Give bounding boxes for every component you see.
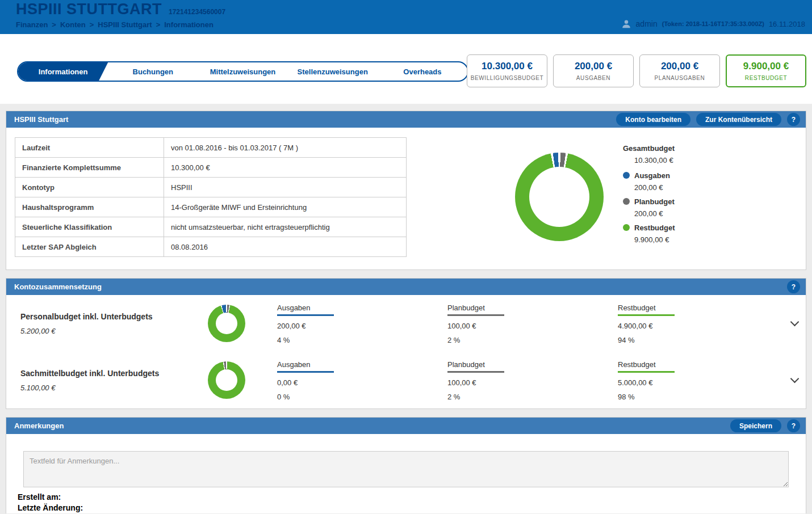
created-at-label: Erstellt am: — [18, 492, 806, 503]
stat-value: 9.900,00 € — [743, 61, 789, 72]
column-percent: 4 % — [277, 336, 447, 344]
info-label: Steuerliche Klassifikation — [15, 217, 164, 237]
column-restbudget: Restbudget 4.900,00 € 94 % — [618, 302, 788, 344]
info-row-haushaltsprogramm: Haushaltsprogramm 14-Großgeräte MIWF und… — [15, 197, 407, 217]
save-button[interactable]: Speichern — [730, 419, 781, 432]
info-value: nicht umsatzsteuerbar, nicht ertragsteue… — [164, 217, 407, 237]
stat-label: BEWILLIGUNGSBUDGET — [471, 75, 544, 81]
info-label: Finanzierte Komplettsumme — [15, 158, 164, 178]
top-bar: HSPIII STUTTGART 172141234560007 Finanze… — [0, 0, 812, 34]
stat-card-restbudget: 9.900,00 € RESTBUDGET — [726, 54, 806, 87]
column-percent: 94 % — [618, 336, 788, 344]
current-date: 16.11.2018 — [769, 20, 805, 28]
info-value: 08.08.2016 — [164, 237, 407, 257]
notes-panel-header: Anmerkungen Speichern ? — [6, 418, 806, 434]
info-label: Haushaltsprogramm — [15, 197, 164, 217]
tab-section: Informationen Buchungen Mittelzuweisunge… — [0, 34, 812, 104]
breadcrumb-informationen: Informationen — [164, 20, 214, 29]
edit-account-button[interactable]: Konto bearbeiten — [616, 113, 690, 126]
breadcrumb-finanzen[interactable]: Finanzen — [16, 20, 48, 29]
column-header: Planbudget — [447, 360, 504, 373]
column-value: 100,00 € — [447, 378, 618, 387]
legend-value: 9.900,00 € — [634, 235, 708, 244]
help-button[interactable]: ? — [787, 113, 800, 126]
breadcrumb-konto[interactable]: HSPIII Stuttgart — [98, 20, 152, 29]
budget-row-total: 5.200,00 € — [20, 327, 208, 335]
breadcrumb-konten[interactable]: Konten — [60, 20, 86, 29]
tab-stellenzuweisungen[interactable]: Stellenzuweisungen — [288, 62, 378, 81]
expand-row-button[interactable] — [788, 375, 801, 385]
stat-value: 200,00 € — [575, 61, 612, 72]
info-value: HSPIII — [164, 178, 407, 197]
expand-row-button[interactable] — [788, 318, 801, 328]
legend-item-planbudget: Planbudget — [623, 197, 708, 206]
legend-item-restbudget: Restbudget — [623, 224, 708, 232]
user-icon[interactable] — [621, 19, 631, 29]
stat-label: PLANAUSGABEN — [655, 75, 705, 81]
session-token: (Token: 2018-11-16T17:35:33.000Z) — [662, 20, 764, 27]
breadcrumb-separator: > — [52, 20, 56, 29]
stat-card-planausgaben: 200,00 € PLANAUSGABEN — [639, 54, 720, 87]
stat-card-ausgaben: 200,00 € AUSGABEN — [553, 54, 634, 87]
budget-row-name: Sachmittelbudget inkl. Unterbudgets — [20, 369, 208, 378]
column-percent: 98 % — [618, 393, 788, 401]
chevron-down-icon — [790, 318, 800, 327]
stat-cards: 10.300,00 € BEWILLIGUNGSBUDGET 200,00 € … — [467, 54, 806, 87]
column-ausgaben: Ausgaben 200,00 € 4 % — [277, 302, 447, 344]
tab-buchungen[interactable]: Buchungen — [108, 62, 198, 81]
ausgaben-dot-icon — [623, 172, 630, 179]
column-value: 100,00 € — [447, 322, 618, 330]
budget-legend: Gesamtbudget 10.300,00 € Ausgaben 200,00… — [623, 144, 708, 250]
account-number: 172141234560007 — [169, 8, 225, 16]
legend-item-ausgaben: Ausgaben — [623, 171, 708, 180]
info-row-laufzeit: Laufzeit von 01.08.2016 - bis 01.03.2017… — [15, 138, 407, 158]
column-restbudget: Restbudget 5.000,00 € 98 % — [618, 359, 788, 401]
column-header: Ausgaben — [277, 304, 334, 316]
composition-panel-header: Kontozusammensetzung ? — [6, 279, 806, 295]
account-overview-button[interactable]: Zur Kontenübersicht — [696, 113, 781, 126]
composition-panel: Kontozusammensetzung ? Personalbudget in… — [6, 278, 806, 409]
column-percent: 2 % — [447, 393, 618, 401]
account-info-table: Laufzeit von 01.08.2016 - bis 01.03.2017… — [15, 137, 407, 257]
info-value: von 01.08.2016 - bis 01.03.2017 ( 7M ) — [164, 138, 407, 158]
composition-panel-title: Kontozusammensetzung — [14, 283, 102, 291]
column-percent: 2 % — [447, 336, 618, 344]
tab-mittelzuweisungen[interactable]: Mittelzuweisungen — [198, 62, 287, 81]
column-percent: 0 % — [277, 393, 447, 401]
personalbudget-donut-chart — [208, 305, 245, 342]
tab-bar: Informationen Buchungen Mittelzuweisunge… — [17, 61, 468, 82]
info-value: 14-Großgeräte MIWF und Ersteinrichtung — [164, 197, 407, 217]
budget-donut-chart — [515, 153, 604, 241]
account-info-panel: HSPIII Stuttgart Konto bearbeiten Zur Ko… — [6, 111, 806, 270]
info-row-sap-abgleich: Letzter SAP Abgleich 08.08.2016 — [15, 237, 407, 257]
info-row-komplettsumme: Finanzierte Komplettsumme 10.300,00 € — [15, 158, 407, 178]
user-area: admin (Token: 2018-11-16T17:35:33.000Z) … — [621, 19, 805, 29]
legend-label: Ausgaben — [634, 171, 670, 180]
column-planbudget: Planbudget 100,00 € 2 % — [447, 359, 618, 401]
notes-textarea[interactable] — [23, 451, 789, 487]
breadcrumb-separator: > — [156, 20, 161, 29]
column-header: Restbudget — [618, 360, 675, 373]
help-button[interactable]: ? — [787, 280, 800, 293]
budget-row-total: 5.100,00 € — [20, 384, 208, 392]
composition-row-personalbudget: Personalbudget inkl. Unterbudgets 5.200,… — [6, 295, 806, 352]
legend-value: 200,00 € — [634, 209, 708, 218]
info-value: 10.300,00 € — [164, 158, 407, 178]
column-planbudget: Planbudget 100,00 € 2 % — [447, 302, 618, 344]
tab-informationen[interactable]: Informationen — [18, 62, 108, 81]
column-value: 5.000,00 € — [618, 378, 788, 387]
stat-value: 200,00 € — [661, 61, 698, 72]
user-name[interactable]: admin — [636, 19, 658, 28]
chevron-down-icon — [790, 374, 800, 384]
tab-overheads[interactable]: Overheads — [378, 62, 467, 81]
sachmittelbudget-donut-chart — [208, 361, 245, 399]
stat-card-bewilligungsbudget: 10.300,00 € BEWILLIGUNGSBUDGET — [467, 54, 547, 87]
column-value: 200,00 € — [277, 322, 447, 330]
stat-label: AUSGABEN — [576, 75, 610, 81]
budget-row-name: Personalbudget inkl. Unterbudgets — [20, 312, 208, 321]
page-title: HSPIII STUTTGART — [16, 1, 162, 18]
legend-label: Planbudget — [634, 197, 675, 206]
column-value: 4.900,00 € — [618, 322, 788, 330]
help-button[interactable]: ? — [787, 419, 800, 432]
stat-label: RESTBUDGET — [745, 75, 787, 81]
